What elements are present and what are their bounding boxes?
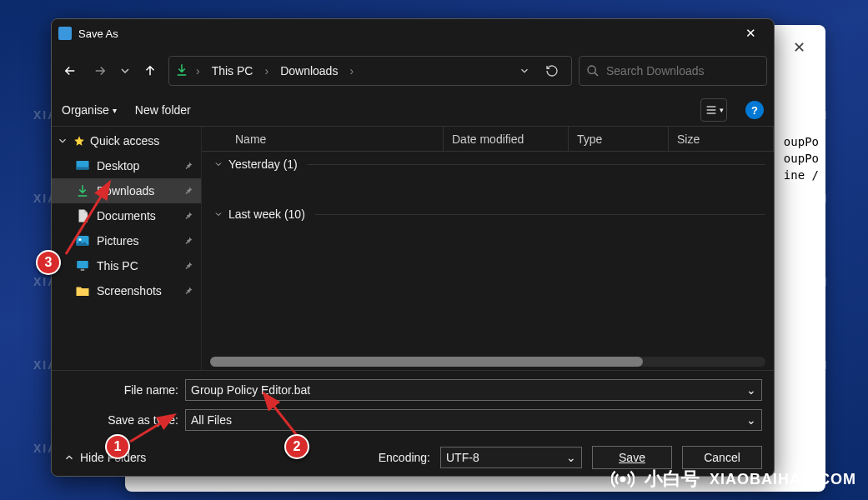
chevron-down-icon xyxy=(213,209,223,219)
dialog-title: Save As xyxy=(78,28,734,40)
encoding-select[interactable]: UTF-8 ⌄ xyxy=(440,447,582,468)
save-as-type-select[interactable]: All Files ⌄ xyxy=(185,409,762,431)
annotation-badge-1: 1 xyxy=(105,434,130,459)
column-name[interactable]: Name xyxy=(227,127,444,151)
pin-icon xyxy=(183,235,194,247)
pin-icon xyxy=(183,285,194,297)
sidebar-item-label: Documents xyxy=(97,209,156,222)
sidebar-item-label: Desktop xyxy=(97,159,139,172)
app-icon xyxy=(58,27,72,40)
desktop-icon xyxy=(75,158,90,173)
refresh-button[interactable] xyxy=(538,64,566,78)
horizontal-scrollbar[interactable] xyxy=(210,357,765,367)
save-as-dialog: Save As ✕ › This PC › Downloads › Organi… xyxy=(51,18,775,477)
documents-icon xyxy=(75,208,90,223)
pin-icon xyxy=(183,185,194,197)
chevron-down-icon[interactable]: ⌄ xyxy=(746,413,756,427)
chevron-down-icon[interactable]: ⌄ xyxy=(746,383,756,397)
cancel-button[interactable]: Cancel xyxy=(682,446,762,469)
sidebar-item-downloads[interactable]: Downloads xyxy=(52,178,201,203)
search-icon xyxy=(586,64,600,78)
svg-rect-2 xyxy=(77,168,89,170)
file-name-label: File name: xyxy=(63,383,185,397)
organise-button[interactable]: Organise▾ xyxy=(62,103,117,117)
quick-access-label: Quick access xyxy=(90,134,159,148)
column-headers[interactable]: Name Date modified Type Size xyxy=(202,127,774,152)
breadcrumb-this-pc[interactable]: This PC xyxy=(207,64,258,78)
chevron-down-icon xyxy=(57,135,68,147)
sidebar-item-label: This PC xyxy=(97,259,138,272)
chevron-right-icon: › xyxy=(346,64,357,78)
chevron-down-icon: ▾ xyxy=(113,106,117,115)
pc-icon xyxy=(75,258,90,273)
hide-folders-button[interactable]: Hide Folders xyxy=(63,451,146,464)
chevron-down-icon[interactable]: ⌄ xyxy=(566,451,576,464)
address-bar[interactable]: › This PC › Downloads › xyxy=(168,56,572,86)
pin-icon xyxy=(183,160,194,172)
downloads-icon xyxy=(75,183,90,198)
annotation-badge-2: 2 xyxy=(284,434,309,459)
chevron-right-icon: › xyxy=(261,64,272,78)
pin-icon xyxy=(183,210,194,222)
sidebar-item-desktop[interactable]: Desktop xyxy=(52,153,201,178)
search-box[interactable] xyxy=(579,56,767,86)
view-button[interactable]: ▾ xyxy=(700,98,727,122)
save-as-type-label: Save as type: xyxy=(63,413,185,427)
svg-point-10 xyxy=(621,478,625,482)
sidebar-item-pictures[interactable]: Pictures xyxy=(52,228,201,253)
bg-code-text: oupPo oupPo ine / xyxy=(784,133,819,183)
new-folder-button[interactable]: New folder xyxy=(135,103,191,117)
sidebar-item-label: Downloads xyxy=(97,184,154,198)
file-name-input[interactable]: Group Policy Editor.bat ⌄ xyxy=(185,379,762,401)
breadcrumb-downloads[interactable]: Downloads xyxy=(275,64,343,78)
forward-button[interactable] xyxy=(88,59,112,82)
save-button[interactable]: Save xyxy=(592,446,672,469)
pictures-icon xyxy=(75,233,90,248)
sidebar-item-screenshots[interactable]: Screenshots xyxy=(52,278,201,303)
quick-access-header[interactable]: Quick access xyxy=(52,128,201,153)
sidebar: Quick access Desktop Downloads Documents… xyxy=(52,127,202,370)
close-button[interactable]: ✕ xyxy=(734,22,767,45)
svg-rect-6 xyxy=(81,269,85,271)
svg-point-0 xyxy=(588,66,595,73)
title-bar: Save As ✕ xyxy=(52,19,774,48)
annotation-badge-3: 3 xyxy=(36,250,61,275)
up-button[interactable] xyxy=(138,59,162,82)
column-size[interactable]: Size xyxy=(669,127,774,151)
sidebar-item-label: Screenshots xyxy=(97,284,162,298)
recent-dropdown[interactable] xyxy=(118,59,132,82)
help-button[interactable]: ? xyxy=(745,101,764,119)
chevron-up-icon xyxy=(63,452,75,463)
broadcast-icon xyxy=(611,468,635,491)
sidebar-item-this-pc[interactable]: This PC xyxy=(52,253,201,278)
back-button[interactable] xyxy=(58,59,82,82)
svg-rect-5 xyxy=(77,261,88,268)
address-dropdown[interactable] xyxy=(514,65,534,77)
chevron-down-icon xyxy=(213,159,223,169)
watermark-brand: 小白号 XIAOBAIHAO.COM xyxy=(611,467,856,492)
pin-icon xyxy=(183,260,194,272)
encoding-label: Encoding: xyxy=(379,451,430,464)
column-type[interactable]: Type xyxy=(569,127,669,151)
star-icon xyxy=(73,135,85,147)
sidebar-item-documents[interactable]: Documents xyxy=(52,203,201,228)
sidebar-item-label: Pictures xyxy=(97,234,139,248)
column-date-modified[interactable]: Date modified xyxy=(444,127,569,151)
bg-close-icon[interactable]: ✕ xyxy=(782,35,815,60)
search-input[interactable] xyxy=(606,64,760,78)
folder-icon xyxy=(75,283,90,298)
chevron-right-icon: › xyxy=(193,64,203,78)
file-list-pane: Name Date modified Type Size Yesterday (… xyxy=(202,127,774,370)
svg-point-4 xyxy=(79,238,82,241)
downloads-icon xyxy=(174,62,189,80)
group-yesterday[interactable]: Yesterday (1) xyxy=(202,152,774,177)
group-last-week[interactable]: Last week (10) xyxy=(202,202,774,227)
